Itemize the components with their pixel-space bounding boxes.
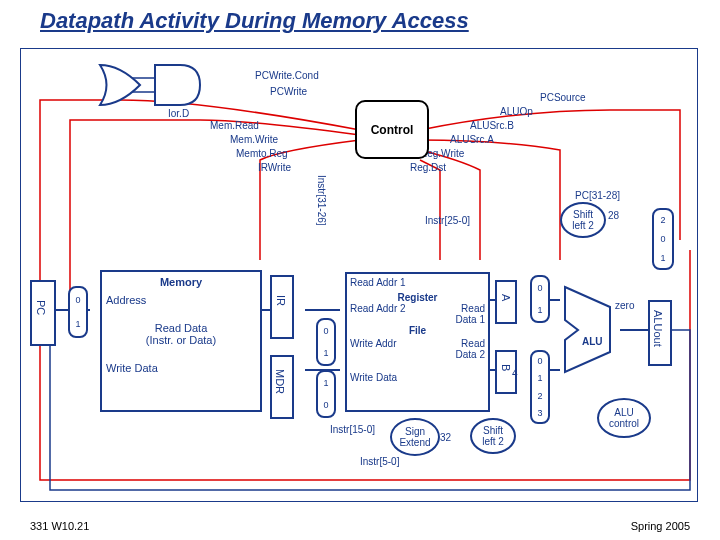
sign-extend-block: Sign Extend — [390, 418, 440, 456]
mux-regdst-1: 1 — [323, 348, 328, 358]
alu-label: ALU — [582, 336, 603, 347]
bus-instr3126: Instr[31-26] — [316, 175, 327, 226]
aluout-label: ALUout — [652, 310, 664, 347]
sig-memread: Mem.Read — [210, 120, 259, 131]
alu-icon — [560, 282, 630, 378]
bus-instr150: Instr[15-0] — [330, 424, 375, 435]
mux-iord: 0 1 — [68, 286, 88, 338]
aluout-block: ALUout — [648, 300, 672, 366]
ir-label: IR — [275, 295, 287, 306]
mux-srcb-0: 0 — [537, 356, 542, 366]
sig-pcwrite: PCWrite — [270, 86, 307, 97]
alu-zero: zero — [615, 300, 634, 311]
mux-alusrcb: 0 1 2 3 — [530, 350, 550, 424]
memory-writedata: Write Data — [106, 362, 256, 374]
rf-readdata2: Read Data 2 — [456, 338, 485, 360]
sig-iord: Ior.D — [168, 108, 189, 119]
mux-opt-2: 2 — [660, 215, 665, 225]
pc-label: PC — [35, 300, 47, 315]
bus-28: 28 — [608, 210, 619, 221]
control-label: Control — [371, 123, 414, 137]
mux-srcb-3: 3 — [537, 408, 542, 418]
footer-right: Spring 2005 — [631, 520, 690, 532]
page-title: Datapath Activity During Memory Access — [40, 8, 469, 34]
rf-file: File — [350, 325, 485, 336]
and-gate-icon — [150, 60, 270, 110]
memory-block: Memory Address Read Data (Instr. or Data… — [100, 270, 262, 412]
sig-irwrite: IRWrite — [258, 162, 291, 173]
memory-title: Memory — [106, 276, 256, 288]
rf-writedata: Write Data — [350, 372, 485, 383]
memory-readdata: Read Data (Instr. or Data) — [106, 322, 256, 346]
mux-srca-1: 1 — [537, 305, 542, 315]
bus-instr50: Instr[5-0] — [360, 456, 399, 467]
mux-srcb-1: 1 — [537, 373, 542, 383]
pc-block: PC — [30, 280, 56, 346]
bus-pc3128: PC[31-28] — [575, 190, 620, 201]
mdr-label: MDR — [274, 369, 286, 394]
mux-opt-1: 1 — [660, 253, 665, 263]
memory-address: Address — [106, 294, 256, 306]
mux-srca-0: 0 — [537, 283, 542, 293]
shift-left-2-top: Shift left 2 — [560, 202, 606, 238]
register-file-block: Read Addr 1 Register Read Addr 2 Read Da… — [345, 272, 490, 412]
mux-memtoreg-0: 0 — [323, 400, 328, 410]
control-block: Control — [355, 100, 429, 159]
sig-memtoreg: Memto.Reg — [236, 148, 288, 159]
sig-alusrcb: ALUSrc.B — [470, 120, 514, 131]
b-label: B — [500, 364, 512, 371]
a-label: A — [500, 294, 512, 301]
mux-regdst: 0 1 — [316, 318, 336, 366]
sig-regdst: Reg.Dst — [410, 162, 446, 173]
rf-readdata1: Read Data 1 — [456, 303, 485, 325]
mux-opt-0: 0 — [660, 234, 665, 244]
shift-left-2-bottom: Shift left 2 — [470, 418, 516, 454]
rf-register: Register — [350, 292, 485, 303]
sig-memwrite: Mem.Write — [230, 134, 278, 145]
rf-writeaddr: Write Addr — [350, 338, 397, 360]
sig-aluop: ALUOp — [500, 106, 533, 117]
mux-pcsource: 2 0 1 — [652, 208, 674, 270]
const-4: 4 — [512, 368, 518, 379]
mux-memtoreg: 1 0 — [316, 370, 336, 418]
footer-left: 331 W10.21 — [30, 520, 89, 532]
mux-iord-0: 0 — [75, 295, 80, 305]
mux-regdst-0: 0 — [323, 326, 328, 336]
mux-srcb-2: 2 — [537, 391, 542, 401]
bus-32: 32 — [440, 432, 451, 443]
a-latch: A — [495, 280, 517, 324]
sig-pcsource: PCSource — [540, 92, 586, 103]
alu-control-block: ALU control — [597, 398, 651, 438]
mux-alusrca: 0 1 — [530, 275, 550, 323]
mdr-block: MDR — [270, 355, 294, 419]
rf-readaddr2: Read Addr 2 — [350, 303, 406, 325]
mux-iord-1: 1 — [75, 319, 80, 329]
sig-alusrca: ALUSrc.A — [450, 134, 494, 145]
mux-memtoreg-1: 1 — [323, 378, 328, 388]
bus-instr250: Instr[25-0] — [425, 215, 470, 226]
ir-block: IR — [270, 275, 294, 339]
sig-pcwritecond: PCWrite.Cond — [255, 70, 319, 81]
or-gate-icon — [95, 60, 155, 110]
rf-readaddr1: Read Addr 1 — [350, 277, 485, 288]
